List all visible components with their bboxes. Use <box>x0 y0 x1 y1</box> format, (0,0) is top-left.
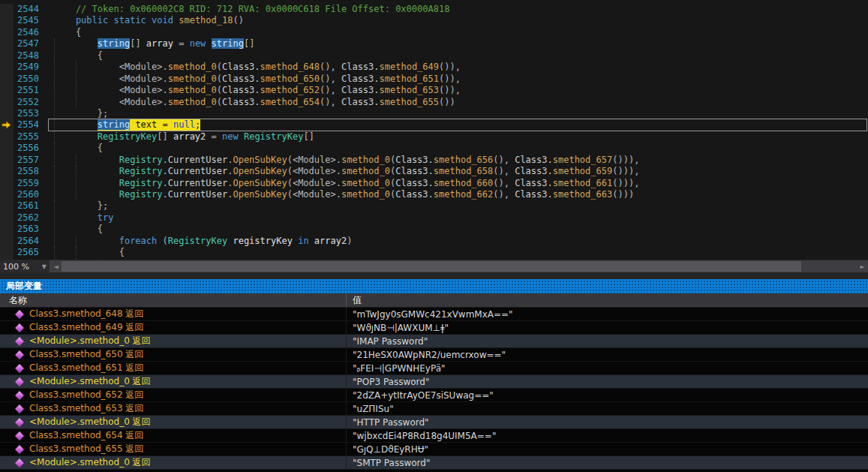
code-token: smethod_658 <box>434 166 493 176</box>
code-token: (<Module>. <box>287 155 341 165</box>
indent-guide <box>54 212 55 224</box>
code-line[interactable]: 2544// Token: 0x060002C8 RID: 712 RVA: 0… <box>0 4 868 15</box>
breakpoint-margin[interactable] <box>0 119 14 131</box>
breakpoint-margin[interactable] <box>0 50 14 62</box>
code-token: = <box>157 119 173 130</box>
breakpoint-margin[interactable] <box>0 259 14 260</box>
method-icon <box>15 404 23 413</box>
breakpoint-margin[interactable] <box>0 166 14 177</box>
breakpoint-margin[interactable] <box>0 74 14 85</box>
variable-name-cell: <Module>.smethod_0 返回 <box>0 456 347 469</box>
breakpoint-margin[interactable] <box>0 143 14 154</box>
locals-row[interactable]: Class3.smethod_648 返回"mTwJgy0sGMWc421xVw… <box>0 308 868 321</box>
code-line[interactable]: 2546{ <box>0 27 868 38</box>
variable-value: "uZΠISu" <box>347 402 868 415</box>
breakpoint-margin[interactable] <box>0 155 14 166</box>
breakpoint-margin[interactable] <box>0 189 14 200</box>
breakpoint-margin[interactable] <box>0 178 14 189</box>
code-line[interactable]: 2564foreach (RegistryKey registryKey in … <box>0 236 868 247</box>
locals-row[interactable]: Class3.smethod_652 返回"2dZA+ytItrAyOE7siS… <box>0 389 868 402</box>
zoom-level-label: 100 % <box>3 262 29 272</box>
code-token: (), <box>320 97 341 107</box>
locals-row[interactable]: Class3.smethod_655 返回"GյQ⊥DϑEyRHɄ" <box>0 443 868 456</box>
code-line[interactable]: 2547string[] array = new string[] <box>0 38 868 50</box>
code-line[interactable]: 2560Registry.CurrentUser.OpenSubKey(<Mod… <box>0 189 868 200</box>
code-editor[interactable]: 2544// Token: 0x060002C8 RID: 712 RVA: 0… <box>0 0 868 260</box>
breakpoint-margin[interactable] <box>0 212 14 224</box>
code-line[interactable]: 2561}; <box>0 200 868 212</box>
breakpoint-margin[interactable] <box>0 200 14 212</box>
locals-row[interactable]: Class3.smethod_653 返回"uZΠISu" <box>0 402 868 416</box>
line-number: 2545 <box>14 15 48 26</box>
column-header-name[interactable]: 名称 <box>0 293 347 307</box>
code-token: (), <box>320 62 341 72</box>
zoom-level-select[interactable]: 100 % ▼ <box>0 260 50 272</box>
line-number: 2550 <box>14 74 48 85</box>
variable-value: "POP3 Password" <box>347 375 868 388</box>
code-line[interactable]: 2551<Module>.smethod_0(Class3.smethod_65… <box>0 85 868 96</box>
breakpoint-margin[interactable] <box>0 224 14 235</box>
variable-name-cell: Class3.smethod_652 返回 <box>0 389 347 401</box>
code-line[interactable]: 2558Registry.CurrentUser.OpenSubKey(<Mod… <box>0 166 868 177</box>
code-line[interactable]: 2562try <box>0 212 868 224</box>
code-token: string <box>98 119 130 130</box>
code-token: (), <box>320 74 341 84</box>
breakpoint-margin[interactable] <box>0 85 14 96</box>
breakpoint-margin[interactable] <box>0 131 14 143</box>
locals-row[interactable]: Class3.smethod_649 返回"WϑյNB⊣|AWXUM⊥ǂ" <box>0 321 868 335</box>
locals-row[interactable]: <Module>.smethod_0 返回"HTTP Password" <box>0 416 868 429</box>
variable-value: "HTTP Password" <box>347 416 868 428</box>
breakpoint-margin[interactable] <box>0 247 14 258</box>
method-icon <box>15 350 23 359</box>
line-number: 2552 <box>14 97 48 108</box>
code-line[interactable]: 2549<Module>.smethod_0(Class3.smethod_64… <box>0 62 868 73</box>
code-line[interactable]: 2550<Module>.smethod_0(Class3.smethod_65… <box>0 74 868 85</box>
column-header-value[interactable]: 值 <box>347 293 868 307</box>
locals-row[interactable]: <Module>.smethod_0 返回"SMTP Password" <box>0 456 868 470</box>
code-line[interactable]: 2557Registry.CurrentUser.OpenSubKey(<Mod… <box>0 155 868 166</box>
breakpoint-margin[interactable] <box>0 15 14 26</box>
scroll-left-icon[interactable]: ◄ <box>50 260 62 272</box>
breakpoint-margin[interactable] <box>0 38 14 50</box>
code-token: (), <box>493 178 515 188</box>
breakpoint-margin[interactable] <box>0 27 14 38</box>
breakpoint-margin[interactable] <box>0 62 14 73</box>
code-line[interactable]: 2563{ <box>0 224 868 235</box>
panel-splitter[interactable] <box>0 272 868 279</box>
code-line[interactable]: 2548{ <box>0 50 868 62</box>
breakpoint-margin[interactable] <box>0 108 14 119</box>
breakpoint-margin[interactable] <box>0 236 14 247</box>
locals-row[interactable]: <Module>.smethod_0 返回"POP3 Password" <box>0 375 868 389</box>
code-token: Registry <box>119 155 163 165</box>
code-line[interactable]: 2545public static void smethod_18() <box>0 15 868 26</box>
scroll-right-icon[interactable]: ► <box>857 260 868 272</box>
scrollbar-thumb[interactable] <box>62 261 801 272</box>
code-line[interactable]: 2552<Module>.smethod_0(Class3.smethod_65… <box>0 97 868 108</box>
code-line[interactable]: 2556{ <box>0 143 868 154</box>
code-text: { <box>48 247 868 258</box>
horizontal-scrollbar[interactable]: ◄ ► <box>50 260 868 272</box>
code-line[interactable]: 2555RegistryKey[] array2 = new RegistryK… <box>0 131 868 143</box>
locals-row[interactable]: Class3.smethod_651 返回"ᵦFEI⊣|GPWNHEyPä" <box>0 362 868 375</box>
locals-row[interactable]: Class3.smethod_654 返回"wjbxcdEi4P8Rd18g4U… <box>0 429 868 443</box>
code-token: (<Module>. <box>287 178 341 188</box>
code-line[interactable]: 2566if (registryKey != null) <box>0 259 868 260</box>
scrollbar-track[interactable] <box>62 260 857 272</box>
code-line[interactable]: 2553}; <box>0 108 868 119</box>
code-token: text <box>135 119 157 130</box>
indent-guide <box>76 74 77 85</box>
variable-name: Class3.smethod_650 返回 <box>29 348 143 361</box>
locals-panel-title[interactable]: 局部变量 <box>0 279 868 293</box>
code-token: CurrentUser <box>168 189 227 200</box>
code-line[interactable]: 2559Registry.CurrentUser.OpenSubKey(<Mod… <box>0 178 868 189</box>
locals-row[interactable]: <Module>.smethod_0 返回"IMAP Password" <box>0 335 868 348</box>
code-lines: 2544// Token: 0x060002C8 RID: 712 RVA: 0… <box>0 0 868 260</box>
code-line[interactable]: 2554string text = null; <box>0 119 868 131</box>
code-line[interactable]: 2565{ <box>0 247 868 258</box>
method-icon <box>15 364 23 372</box>
locals-row[interactable]: Class3.smethod_650 返回"21HeSX0AWpNR2/uemc… <box>0 348 868 362</box>
code-token: }; <box>98 200 108 211</box>
code-token: // Token: 0x060002C8 RID: 712 RVA: 0x000… <box>76 4 450 14</box>
breakpoint-margin[interactable] <box>0 4 14 15</box>
breakpoint-margin[interactable] <box>0 97 14 108</box>
